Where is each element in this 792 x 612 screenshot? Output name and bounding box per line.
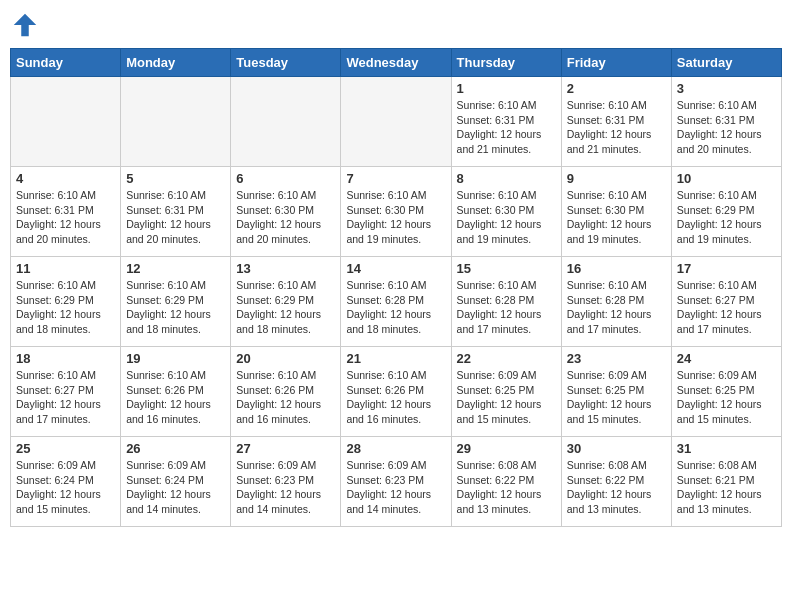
week-row-1: 4Sunrise: 6:10 AM Sunset: 6:31 PM Daylig… (11, 167, 782, 257)
day-info: Sunrise: 6:09 AM Sunset: 6:24 PM Dayligh… (16, 458, 115, 517)
day-header-saturday: Saturday (671, 49, 781, 77)
day-info: Sunrise: 6:10 AM Sunset: 6:26 PM Dayligh… (126, 368, 225, 427)
header (10, 10, 782, 40)
day-info: Sunrise: 6:09 AM Sunset: 6:24 PM Dayligh… (126, 458, 225, 517)
day-info: Sunrise: 6:10 AM Sunset: 6:27 PM Dayligh… (16, 368, 115, 427)
calendar-cell: 22Sunrise: 6:09 AM Sunset: 6:25 PM Dayli… (451, 347, 561, 437)
calendar-cell: 13Sunrise: 6:10 AM Sunset: 6:29 PM Dayli… (231, 257, 341, 347)
day-number: 16 (567, 261, 666, 276)
day-number: 5 (126, 171, 225, 186)
day-header-monday: Monday (121, 49, 231, 77)
calendar-cell (11, 77, 121, 167)
day-number: 21 (346, 351, 445, 366)
week-row-4: 25Sunrise: 6:09 AM Sunset: 6:24 PM Dayli… (11, 437, 782, 527)
day-number: 8 (457, 171, 556, 186)
day-info: Sunrise: 6:10 AM Sunset: 6:31 PM Dayligh… (567, 98, 666, 157)
day-info: Sunrise: 6:10 AM Sunset: 6:30 PM Dayligh… (236, 188, 335, 247)
calendar-cell: 31Sunrise: 6:08 AM Sunset: 6:21 PM Dayli… (671, 437, 781, 527)
day-info: Sunrise: 6:09 AM Sunset: 6:23 PM Dayligh… (236, 458, 335, 517)
week-row-0: 1Sunrise: 6:10 AM Sunset: 6:31 PM Daylig… (11, 77, 782, 167)
calendar-cell: 9Sunrise: 6:10 AM Sunset: 6:30 PM Daylig… (561, 167, 671, 257)
logo (10, 10, 44, 40)
day-info: Sunrise: 6:10 AM Sunset: 6:30 PM Dayligh… (346, 188, 445, 247)
day-info: Sunrise: 6:08 AM Sunset: 6:21 PM Dayligh… (677, 458, 776, 517)
day-info: Sunrise: 6:09 AM Sunset: 6:23 PM Dayligh… (346, 458, 445, 517)
day-info: Sunrise: 6:10 AM Sunset: 6:28 PM Dayligh… (457, 278, 556, 337)
day-number: 11 (16, 261, 115, 276)
calendar-cell: 2Sunrise: 6:10 AM Sunset: 6:31 PM Daylig… (561, 77, 671, 167)
day-info: Sunrise: 6:10 AM Sunset: 6:31 PM Dayligh… (677, 98, 776, 157)
day-info: Sunrise: 6:10 AM Sunset: 6:26 PM Dayligh… (236, 368, 335, 427)
day-info: Sunrise: 6:10 AM Sunset: 6:30 PM Dayligh… (567, 188, 666, 247)
day-info: Sunrise: 6:10 AM Sunset: 6:27 PM Dayligh… (677, 278, 776, 337)
day-info: Sunrise: 6:10 AM Sunset: 6:31 PM Dayligh… (126, 188, 225, 247)
day-number: 6 (236, 171, 335, 186)
day-number: 23 (567, 351, 666, 366)
day-number: 10 (677, 171, 776, 186)
day-number: 17 (677, 261, 776, 276)
week-row-3: 18Sunrise: 6:10 AM Sunset: 6:27 PM Dayli… (11, 347, 782, 437)
calendar-table: SundayMondayTuesdayWednesdayThursdayFrid… (10, 48, 782, 527)
calendar-cell: 30Sunrise: 6:08 AM Sunset: 6:22 PM Dayli… (561, 437, 671, 527)
day-number: 26 (126, 441, 225, 456)
calendar-cell: 26Sunrise: 6:09 AM Sunset: 6:24 PM Dayli… (121, 437, 231, 527)
day-number: 3 (677, 81, 776, 96)
calendar-cell: 27Sunrise: 6:09 AM Sunset: 6:23 PM Dayli… (231, 437, 341, 527)
calendar-cell: 4Sunrise: 6:10 AM Sunset: 6:31 PM Daylig… (11, 167, 121, 257)
day-number: 18 (16, 351, 115, 366)
calendar-cell: 5Sunrise: 6:10 AM Sunset: 6:31 PM Daylig… (121, 167, 231, 257)
calendar-cell: 21Sunrise: 6:10 AM Sunset: 6:26 PM Dayli… (341, 347, 451, 437)
calendar-cell: 3Sunrise: 6:10 AM Sunset: 6:31 PM Daylig… (671, 77, 781, 167)
day-info: Sunrise: 6:09 AM Sunset: 6:25 PM Dayligh… (457, 368, 556, 427)
day-number: 13 (236, 261, 335, 276)
calendar-cell: 14Sunrise: 6:10 AM Sunset: 6:28 PM Dayli… (341, 257, 451, 347)
calendar-cell: 7Sunrise: 6:10 AM Sunset: 6:30 PM Daylig… (341, 167, 451, 257)
day-info: Sunrise: 6:09 AM Sunset: 6:25 PM Dayligh… (567, 368, 666, 427)
day-number: 24 (677, 351, 776, 366)
day-number: 31 (677, 441, 776, 456)
calendar-cell: 25Sunrise: 6:09 AM Sunset: 6:24 PM Dayli… (11, 437, 121, 527)
calendar-cell: 17Sunrise: 6:10 AM Sunset: 6:27 PM Dayli… (671, 257, 781, 347)
day-number: 9 (567, 171, 666, 186)
day-header-friday: Friday (561, 49, 671, 77)
day-header-sunday: Sunday (11, 49, 121, 77)
calendar-cell (231, 77, 341, 167)
day-number: 7 (346, 171, 445, 186)
day-info: Sunrise: 6:10 AM Sunset: 6:28 PM Dayligh… (346, 278, 445, 337)
day-info: Sunrise: 6:10 AM Sunset: 6:26 PM Dayligh… (346, 368, 445, 427)
calendar-cell: 10Sunrise: 6:10 AM Sunset: 6:29 PM Dayli… (671, 167, 781, 257)
day-number: 20 (236, 351, 335, 366)
calendar-cell: 28Sunrise: 6:09 AM Sunset: 6:23 PM Dayli… (341, 437, 451, 527)
day-info: Sunrise: 6:10 AM Sunset: 6:30 PM Dayligh… (457, 188, 556, 247)
day-header-thursday: Thursday (451, 49, 561, 77)
day-info: Sunrise: 6:10 AM Sunset: 6:31 PM Dayligh… (16, 188, 115, 247)
calendar-cell: 8Sunrise: 6:10 AM Sunset: 6:30 PM Daylig… (451, 167, 561, 257)
day-number: 15 (457, 261, 556, 276)
calendar-cell: 15Sunrise: 6:10 AM Sunset: 6:28 PM Dayli… (451, 257, 561, 347)
calendar-cell (341, 77, 451, 167)
svg-marker-0 (14, 14, 37, 37)
calendar-cell (121, 77, 231, 167)
day-number: 22 (457, 351, 556, 366)
day-info: Sunrise: 6:10 AM Sunset: 6:29 PM Dayligh… (16, 278, 115, 337)
day-info: Sunrise: 6:09 AM Sunset: 6:25 PM Dayligh… (677, 368, 776, 427)
calendar-cell: 29Sunrise: 6:08 AM Sunset: 6:22 PM Dayli… (451, 437, 561, 527)
calendar-cell: 24Sunrise: 6:09 AM Sunset: 6:25 PM Dayli… (671, 347, 781, 437)
day-number: 12 (126, 261, 225, 276)
day-info: Sunrise: 6:10 AM Sunset: 6:29 PM Dayligh… (126, 278, 225, 337)
day-number: 29 (457, 441, 556, 456)
calendar-cell: 23Sunrise: 6:09 AM Sunset: 6:25 PM Dayli… (561, 347, 671, 437)
logo-icon (10, 10, 40, 40)
day-header-tuesday: Tuesday (231, 49, 341, 77)
calendar-cell: 1Sunrise: 6:10 AM Sunset: 6:31 PM Daylig… (451, 77, 561, 167)
day-number: 28 (346, 441, 445, 456)
calendar-cell: 11Sunrise: 6:10 AM Sunset: 6:29 PM Dayli… (11, 257, 121, 347)
day-number: 2 (567, 81, 666, 96)
day-number: 27 (236, 441, 335, 456)
calendar-cell: 18Sunrise: 6:10 AM Sunset: 6:27 PM Dayli… (11, 347, 121, 437)
day-number: 19 (126, 351, 225, 366)
day-info: Sunrise: 6:10 AM Sunset: 6:29 PM Dayligh… (236, 278, 335, 337)
calendar-cell: 20Sunrise: 6:10 AM Sunset: 6:26 PM Dayli… (231, 347, 341, 437)
week-row-2: 11Sunrise: 6:10 AM Sunset: 6:29 PM Dayli… (11, 257, 782, 347)
day-number: 25 (16, 441, 115, 456)
